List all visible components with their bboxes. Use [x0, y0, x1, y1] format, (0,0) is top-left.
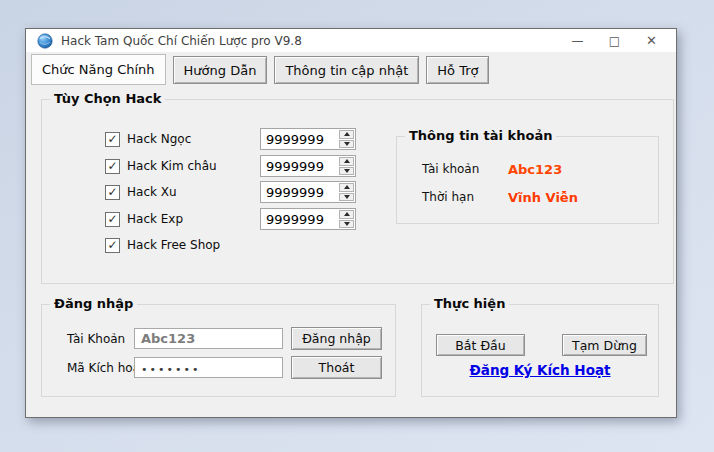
- account-info-title: Thông tin tài khoản: [405, 128, 556, 143]
- spinner: [338, 182, 355, 202]
- pause-button[interactable]: Tạm Dừng: [562, 334, 647, 356]
- checkbox-label: Hack Ngọc: [127, 132, 191, 146]
- spin-down-button[interactable]: [339, 140, 354, 149]
- expiry-row: Thời hạn Vĩnh Viễn: [422, 189, 578, 205]
- window-title: Hack Tam Quốc Chí Chiến Lược pro V9.8: [61, 34, 302, 48]
- hack-row-freeshop: ✓ Hack Free Shop: [105, 237, 220, 253]
- execute-group: Thực hiện Bắt Đầu Tạm Dừng Đăng Ký Kích …: [421, 304, 659, 397]
- hack-row-kimchau: ✓ Hack Kim châu: [105, 158, 217, 174]
- spin-up-icon: [344, 132, 350, 136]
- spinner: [338, 129, 355, 149]
- tab-instructions[interactable]: Hướng Dẫn: [173, 56, 268, 84]
- checkbox-hack-kimchau[interactable]: ✓: [105, 159, 120, 174]
- spin-up-button[interactable]: [339, 130, 354, 139]
- numeric-hack-ngoc: 9999999: [260, 128, 356, 150]
- checkbox-hack-ngoc[interactable]: ✓: [105, 132, 120, 147]
- desktop-background: Hack Tam Quốc Chí Chiến Lược pro V9.8 — …: [0, 0, 714, 452]
- spin-down-icon: [344, 142, 350, 146]
- numeric-value[interactable]: 9999999: [261, 156, 338, 176]
- numeric-value[interactable]: 9999999: [261, 182, 338, 202]
- spin-down-icon: [344, 169, 350, 173]
- numeric-hack-exp: 9999999: [260, 208, 356, 230]
- maximize-icon[interactable]: □: [596, 29, 633, 52]
- spin-up-button[interactable]: [339, 210, 354, 219]
- spin-up-icon: [344, 212, 350, 216]
- account-row: Tài khoản Abc123: [422, 161, 562, 177]
- numeric-value[interactable]: 9999999: [261, 129, 338, 149]
- numeric-value[interactable]: 9999999: [261, 209, 338, 229]
- checkbox-hack-xu[interactable]: ✓: [105, 185, 120, 200]
- hack-row-xu: ✓ Hack Xu: [105, 184, 177, 200]
- tab-update-info[interactable]: Thông tin cập nhật: [274, 56, 419, 84]
- spin-down-icon: [344, 195, 350, 199]
- numeric-hack-kimchau: 9999999: [260, 155, 356, 177]
- check-icon: ✓: [107, 239, 117, 251]
- app-globe-icon: [37, 33, 53, 49]
- username-field[interactable]: Abc123: [134, 328, 283, 349]
- login-title: Đăng nhập: [50, 296, 137, 311]
- expiry-label: Thời hạn: [422, 190, 482, 204]
- expiry-value: Vĩnh Viễn: [508, 190, 578, 205]
- spin-up-button[interactable]: [339, 183, 354, 192]
- check-icon: ✓: [107, 133, 117, 145]
- check-icon: ✓: [107, 160, 117, 172]
- checkbox-label: Hack Free Shop: [127, 238, 220, 252]
- checkbox-label: Hack Kim châu: [127, 159, 217, 173]
- check-icon: ✓: [107, 186, 117, 198]
- spin-down-button[interactable]: [339, 193, 354, 202]
- spin-up-button[interactable]: [339, 157, 354, 166]
- checkbox-label: Hack Exp: [127, 212, 183, 226]
- exit-button[interactable]: Thoát: [291, 356, 382, 379]
- login-button[interactable]: Đăng nhập: [291, 327, 382, 350]
- login-group: Đăng nhập Tài Khoản Abc123 Đăng nhập Mã …: [41, 304, 396, 397]
- username-label: Tài Khoản: [67, 332, 125, 346]
- titlebar[interactable]: Hack Tam Quốc Chí Chiến Lược pro V9.8 — …: [26, 29, 676, 52]
- app-window: Hack Tam Quốc Chí Chiến Lược pro V9.8 — …: [25, 28, 677, 418]
- register-activation-link[interactable]: Đăng Ký Kích Hoạt: [422, 362, 658, 378]
- activation-code-field[interactable]: •••••••: [134, 357, 283, 378]
- close-icon[interactable]: ✕: [633, 29, 670, 52]
- execute-title: Thực hiện: [430, 296, 509, 311]
- caption-buttons: — □ ✕: [559, 29, 670, 52]
- account-info-group: Thông tin tài khoản Tài khoản Abc123 Thờ…: [396, 136, 659, 224]
- start-button[interactable]: Bắt Đầu: [436, 334, 525, 356]
- tab-main-functions[interactable]: Chức Năng Chính: [31, 54, 166, 85]
- spin-up-icon: [344, 159, 350, 163]
- spin-down-button[interactable]: [339, 220, 354, 229]
- numeric-hack-xu: 9999999: [260, 181, 356, 203]
- spin-down-icon: [344, 222, 350, 226]
- spinner: [338, 156, 355, 176]
- tab-bar: Chức Năng Chính Hướng Dẫn Thông tin cập …: [31, 54, 489, 85]
- hack-row-exp: ✓ Hack Exp: [105, 211, 183, 227]
- account-label: Tài khoản: [422, 162, 482, 176]
- checkbox-label: Hack Xu: [127, 185, 177, 199]
- minimize-icon[interactable]: —: [559, 29, 596, 52]
- spin-up-icon: [344, 185, 350, 189]
- checkbox-hack-exp[interactable]: ✓: [105, 212, 120, 227]
- checkbox-hack-freeshop[interactable]: ✓: [105, 238, 120, 253]
- spinner: [338, 209, 355, 229]
- check-icon: ✓: [107, 213, 117, 225]
- account-value: Abc123: [508, 162, 562, 177]
- tab-support[interactable]: Hỗ Trợ: [426, 56, 489, 84]
- hack-options-title: Tùy Chọn Hack: [50, 91, 165, 106]
- spin-down-button[interactable]: [339, 167, 354, 176]
- hack-row-ngoc: ✓ Hack Ngọc: [105, 131, 191, 147]
